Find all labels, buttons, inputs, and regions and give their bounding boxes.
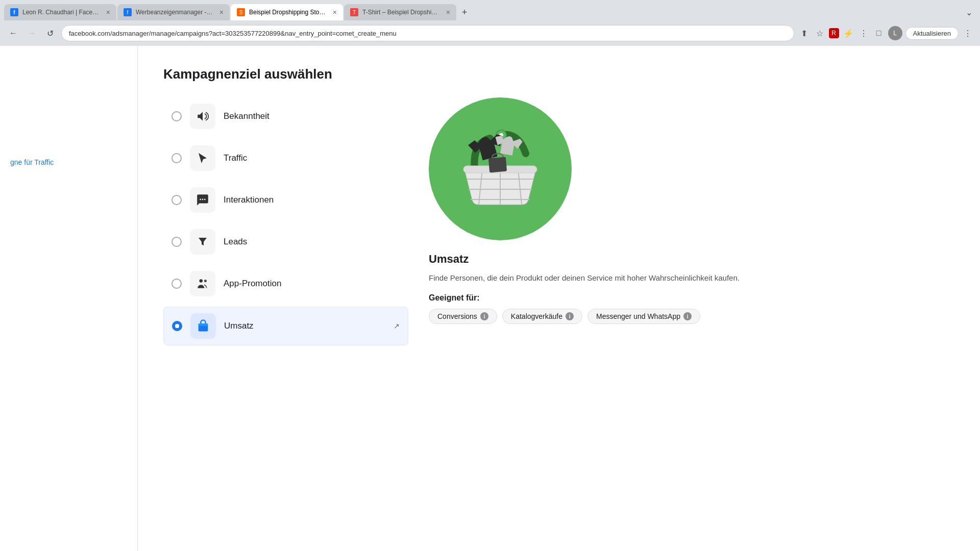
extension-3-icon[interactable]: ⋮ (857, 27, 870, 39)
browser-actions: ⬆ ☆ R ⚡ ⋮ □ L Aktualisieren ⋮ (798, 26, 974, 40)
goal-radio-app-promotion[interactable] (172, 279, 182, 289)
goal-icon-box-umsatz (190, 313, 216, 339)
tab-4-label: T-Shirt – Beispiel Dropshippin... (362, 9, 440, 16)
tab-3[interactable]: S Beispiel Dropshipping Store ·... × (231, 4, 343, 20)
goals-list: Bekanntheit Traffic (163, 97, 408, 345)
modal-title: Kampagnenziel auswählen (163, 66, 954, 82)
suitable-tags: Conversions i Katalogverkäufe i Messenge… (429, 309, 954, 324)
share-icon[interactable]: ⬆ (798, 27, 811, 39)
suitable-tag-conversions: Conversions i (429, 309, 497, 324)
chat-icon (196, 193, 209, 207)
goal-detail-panel: Umsatz Finde Personen, die dein Produkt … (429, 97, 954, 345)
extension-2-icon[interactable]: ⚡ (842, 27, 854, 39)
filter-icon (197, 236, 209, 248)
goal-detail-description: Finde Personen, die dein Produkt oder de… (429, 272, 954, 284)
tab-bar: f Leon R. Chaudhari | Facebook × f Werbe… (0, 0, 980, 20)
campaign-goals: Bekanntheit Traffic (163, 97, 954, 345)
goal-radio-bekanntheit[interactable] (172, 111, 182, 121)
suitable-tag-katalog: Katalogverkäufe i (502, 309, 582, 324)
goal-radio-umsatz[interactable] (172, 321, 182, 331)
svg-rect-6 (199, 323, 208, 326)
suitable-tag-katalog-label: Katalogverkäufe (511, 312, 562, 320)
extension-1-icon[interactable]: R (829, 28, 839, 38)
forward-button[interactable]: → (24, 26, 39, 40)
cursor-hover-indicator: ↗ (394, 322, 400, 330)
tab-2[interactable]: f Werbeanzeigenmanager - Wer... × (117, 4, 230, 20)
goal-icon-box-interaktionen (190, 187, 215, 213)
shopping-bag-icon (196, 319, 210, 333)
tab-1-label: Leon R. Chaudhari | Facebook (22, 9, 100, 16)
bookmark-icon[interactable]: ☆ (814, 27, 826, 39)
suitable-tag-conversions-label: Conversions (437, 312, 477, 320)
address-bar-row: ← → ↺ facebook.com/adsmanager/manage/cam… (0, 20, 980, 46)
svg-rect-16 (488, 157, 507, 173)
messenger-info-icon[interactable]: i (683, 312, 692, 320)
svg-point-4 (204, 280, 207, 282)
goal-detail-title: Umsatz (429, 253, 954, 266)
tab-3-favicon: S (237, 8, 245, 16)
goal-icon-box-bekanntheit (190, 104, 215, 129)
goal-illustration (429, 97, 572, 240)
svg-point-1 (202, 199, 204, 201)
goal-label-bekanntheit: Bekanntheit (224, 111, 270, 121)
basket-svg (444, 113, 556, 225)
tab-2-favicon: f (124, 8, 132, 16)
back-button[interactable]: ← (6, 26, 20, 40)
goal-label-leads: Leads (224, 237, 247, 247)
tab-3-label: Beispiel Dropshipping Store ·... (249, 9, 327, 16)
goal-label-app-promotion: App-Promotion (224, 279, 281, 289)
cursor-icon (197, 152, 209, 164)
goal-icon-box-leads (190, 229, 215, 255)
tab-4-favicon: T (350, 8, 358, 16)
bg-sidebar: gne für Traffic us 1 Kampagne ℹ (0, 46, 138, 551)
bg-kampagne-text: gne für Traffic (10, 158, 54, 166)
tab-3-close[interactable]: × (333, 8, 337, 16)
tab-1-favicon: f (10, 8, 18, 16)
address-bar[interactable]: facebook.com/adsmanager/manage/campaigns… (61, 25, 794, 41)
goal-radio-interaktionen[interactable] (172, 195, 182, 205)
goal-item-bekanntheit[interactable]: Bekanntheit (163, 97, 408, 135)
goal-icon-box-app-promotion (190, 271, 215, 296)
svg-point-3 (200, 279, 203, 283)
tab-1-close[interactable]: × (106, 8, 110, 16)
conversions-info-icon[interactable]: i (480, 312, 488, 320)
goal-radio-leads[interactable] (172, 237, 182, 247)
tab-4[interactable]: T T-Shirt – Beispiel Dropshippin... × (344, 4, 456, 20)
suitable-tag-messenger: Messenger und WhatsApp i (587, 309, 700, 324)
goal-item-interaktionen[interactable]: Interaktionen (163, 181, 408, 219)
goal-item-app-promotion[interactable]: App-Promotion (163, 265, 408, 303)
megaphone-icon (196, 110, 209, 123)
goal-suitable-label: Geeignet für: (429, 293, 954, 303)
extension-4-icon[interactable]: □ (873, 27, 885, 39)
goal-label-umsatz: Umsatz (224, 321, 254, 331)
suitable-tag-messenger-label: Messenger und WhatsApp (596, 312, 680, 320)
goal-icon-box-traffic (190, 145, 215, 171)
goal-label-traffic: Traffic (224, 153, 247, 163)
new-tab-button[interactable]: + (457, 5, 472, 19)
people-icon (196, 277, 209, 290)
tab-2-close[interactable]: × (219, 8, 224, 16)
goal-item-traffic[interactable]: Traffic (163, 139, 408, 177)
katalog-info-icon[interactable]: i (566, 312, 574, 320)
modal-overlay: Kampagnenziel auswählen Bekannthei (138, 46, 980, 551)
browser-chrome: f Leon R. Chaudhari | Facebook × f Werbe… (0, 0, 980, 46)
modal-content: Kampagnenziel auswählen Bekannthei (138, 46, 980, 551)
goal-label-interaktionen: Interaktionen (224, 195, 274, 205)
tab-list-button[interactable]: ⌄ (962, 5, 976, 19)
goal-item-umsatz[interactable]: Umsatz ↗ (163, 307, 408, 345)
svg-point-2 (204, 199, 206, 201)
tab-4-close[interactable]: × (446, 8, 450, 16)
update-button[interactable]: Aktualisieren (905, 27, 959, 40)
url-text: facebook.com/adsmanager/manage/campaigns… (69, 30, 397, 37)
chrome-menu-icon[interactable]: ⋮ (962, 27, 974, 39)
tab-1[interactable]: f Leon R. Chaudhari | Facebook × (4, 4, 116, 20)
goal-radio-traffic[interactable] (172, 153, 182, 163)
profile-avatar[interactable]: L (888, 26, 902, 40)
svg-point-0 (200, 199, 201, 201)
tab-2-label: Werbeanzeigenmanager - Wer... (136, 9, 213, 16)
goal-item-leads[interactable]: Leads (163, 223, 408, 261)
refresh-button[interactable]: ↺ (43, 26, 57, 40)
